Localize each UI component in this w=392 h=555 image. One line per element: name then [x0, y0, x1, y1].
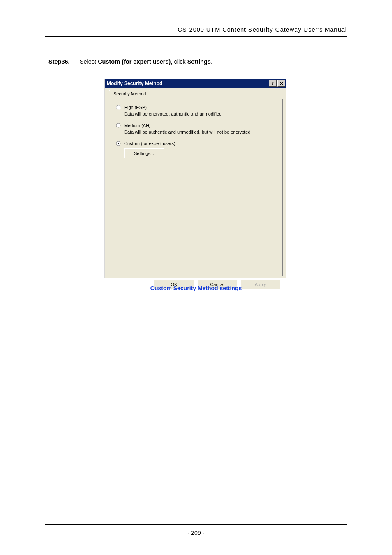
help-icon[interactable]: ? — [269, 80, 277, 87]
svg-point-5 — [118, 143, 119, 144]
radio-high-label: High (ESP) — [124, 105, 147, 110]
radio-medium-label: Medium (AH) — [124, 123, 151, 128]
tab-security-method[interactable]: Security Method — [109, 90, 150, 99]
window-buttons: ? — [269, 80, 285, 87]
radio-custom-group: Custom (for expert users) Settings... — [116, 141, 275, 158]
dialog-title: Modify Security Method — [107, 81, 162, 86]
step-bold1: Custom (for expert users) — [98, 58, 171, 65]
step-mid: , click — [171, 58, 187, 65]
radio-medium-group: Medium (AH) Data will be authentic and u… — [116, 123, 275, 134]
radio-medium[interactable] — [116, 123, 121, 128]
page-number: - 209 - — [0, 530, 392, 536]
settings-button[interactable]: Settings... — [124, 148, 164, 158]
step-instruction: Step36. Select Custom (for expert users)… — [48, 58, 212, 65]
step-suffix: . — [211, 58, 212, 65]
radio-high-group: High (ESP) Data will be encrypted, authe… — [116, 105, 275, 116]
radio-high-desc: Data will be encrypted, authentic and un… — [124, 111, 275, 116]
tab-panel: High (ESP) Data will be encrypted, authe… — [108, 99, 283, 276]
svg-text:?: ? — [272, 81, 274, 86]
dialog-titlebar[interactable]: Modify Security Method ? — [105, 79, 286, 88]
svg-point-3 — [116, 123, 120, 127]
step-bold2: Settings — [187, 58, 211, 65]
figure-caption: Custom Security Method settings — [0, 285, 392, 291]
radio-custom[interactable] — [116, 141, 121, 146]
radio-custom-label: Custom (for expert users) — [124, 141, 175, 146]
step-id: Step36. — [48, 58, 70, 65]
tab-strip: Security Method — [108, 90, 283, 99]
header-rule — [45, 36, 347, 37]
modify-security-method-dialog: Modify Security Method ? Security Method — [104, 79, 286, 278]
step-prefix: Select — [80, 58, 98, 65]
close-icon[interactable] — [277, 80, 285, 87]
footer-rule — [45, 524, 347, 525]
doc-header: CS-2000 UTM Content Security Gateway Use… — [45, 26, 347, 33]
radio-medium-desc: Data will be authentic and unmodified, b… — [124, 130, 275, 134]
radio-high[interactable] — [116, 105, 121, 110]
